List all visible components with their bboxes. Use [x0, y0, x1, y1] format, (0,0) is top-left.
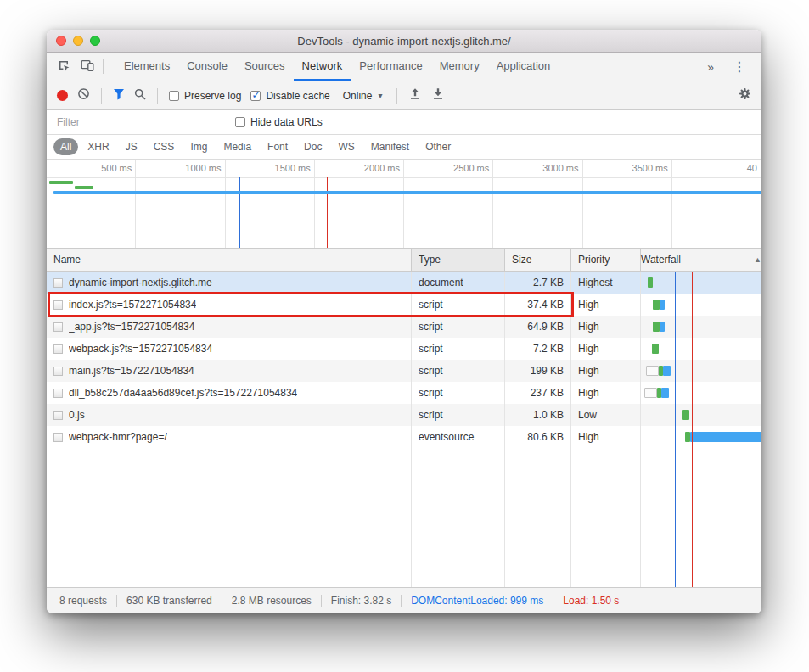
type-cell: eventsource — [412, 426, 505, 448]
column-header-size[interactable]: Size — [505, 249, 571, 271]
load-marker-line — [692, 272, 693, 587]
size-cell: 64.9 KB — [505, 316, 571, 338]
waterfall-bar-blue — [660, 300, 665, 310]
toolbar-separator — [157, 88, 158, 104]
table-row[interactable]: dynamic-import-nextjs.glitch.medocument2… — [47, 272, 761, 294]
request-name: index.js?ts=1572271054834 — [69, 299, 196, 311]
resource-icon — [53, 278, 63, 288]
table-row[interactable]: webpack.js?ts=1572271054834script7.2 KBH… — [47, 338, 761, 360]
zoom-window-button[interactable] — [90, 36, 100, 46]
hide-data-urls-checkbox[interactable]: Hide data URLs — [235, 116, 323, 128]
timeline-tick-label: 40 — [747, 163, 757, 173]
timeline-tick-label: 3500 ms — [632, 163, 668, 173]
tab-performance[interactable]: Performance — [351, 53, 430, 81]
throttling-dropdown[interactable]: Online ▾ — [340, 90, 386, 102]
waterfall-bar-green — [653, 300, 660, 310]
titlebar: DevTools - dynamic-import-nextjs.glitch.… — [47, 30, 761, 53]
domcontentloaded-time: DOMContentLoaded: 999 ms — [401, 595, 553, 607]
priority-cell: Highest — [571, 272, 641, 294]
type-filter-media[interactable]: Media — [216, 138, 258, 155]
priority-cell: High — [571, 338, 641, 360]
tab-network[interactable]: Network — [294, 53, 351, 81]
table-row[interactable]: main.js?ts=1572271054834script199 KBHigh — [47, 360, 761, 382]
priority-cell: High — [571, 426, 641, 448]
filter-input[interactable] — [57, 116, 218, 128]
size-cell: 80.6 KB — [505, 426, 571, 448]
column-header-type[interactable]: Type — [412, 249, 505, 271]
tab-elements[interactable]: Elements — [115, 53, 178, 81]
tab-console[interactable]: Console — [178, 53, 236, 81]
timeline-tick-label: 1000 ms — [185, 163, 221, 173]
devtools-menu-icon[interactable]: ⋮ — [722, 53, 756, 81]
filter-toggle-button[interactable] — [113, 88, 125, 104]
name-cell: webpack-hmr?page=/ — [47, 426, 412, 448]
disable-cache-label: Disable cache — [266, 90, 329, 102]
overview-domcontentloaded-marker — [239, 177, 240, 248]
inspect-element-button[interactable] — [52, 53, 76, 81]
column-header-priority[interactable]: Priority — [571, 249, 641, 271]
type-filter-other[interactable]: Other — [419, 138, 458, 155]
tab-memory[interactable]: Memory — [431, 53, 488, 81]
preserve-log-checkbox[interactable]: Preserve log — [169, 90, 241, 102]
network-settings-button[interactable] — [739, 87, 751, 104]
waterfall-cell — [641, 426, 761, 448]
overview-green-bar — [75, 186, 93, 189]
export-har-button[interactable] — [431, 87, 445, 104]
size-cell: 237 KB — [505, 382, 571, 404]
table-body: dynamic-import-nextjs.glitch.medocument2… — [47, 272, 761, 587]
domcontentloaded-marker-line — [675, 272, 676, 587]
waterfall-bar-blue — [661, 388, 669, 398]
record-button[interactable] — [57, 90, 68, 101]
type-filter-img[interactable]: Img — [183, 138, 214, 155]
waterfall-cell — [641, 360, 761, 382]
window-title: DevTools - dynamic-import-nextjs.glitch.… — [297, 35, 510, 48]
request-name: _app.js?ts=1572271054834 — [69, 321, 194, 333]
name-cell: _app.js?ts=1572271054834 — [47, 316, 412, 338]
waterfall-cell — [641, 316, 761, 338]
type-filter-xhr[interactable]: XHR — [81, 138, 115, 155]
import-har-button[interactable] — [408, 87, 422, 104]
tab-sources[interactable]: Sources — [236, 53, 294, 81]
type-filter-js[interactable]: JS — [119, 138, 144, 155]
type-filter-all[interactable]: All — [53, 138, 78, 155]
tab-application[interactable]: Application — [488, 53, 559, 81]
hide-data-urls-label: Hide data URLs — [250, 116, 323, 128]
search-button[interactable] — [134, 88, 146, 104]
name-cell: main.js?ts=1572271054834 — [47, 360, 412, 382]
column-header-name[interactable]: Name — [47, 249, 412, 271]
more-tabs-button[interactable]: » — [699, 53, 722, 81]
overview-blue-bar — [53, 191, 761, 194]
type-cell: document — [412, 272, 505, 294]
transferred-size: 630 KB transferred — [116, 595, 222, 607]
name-cell: dynamic-import-nextjs.glitch.me — [47, 272, 412, 294]
timeline-overview[interactable]: 500 ms1000 ms1500 ms2000 ms2500 ms3000 m… — [47, 160, 761, 249]
requests-count: 8 requests — [50, 595, 116, 607]
timeline-graph — [47, 177, 761, 248]
table-row[interactable]: index.js?ts=1572271054834script37.4 KBHi… — [47, 294, 761, 316]
minimize-window-button[interactable] — [73, 36, 83, 46]
waterfall-bar-green — [648, 277, 653, 288]
column-header-waterfall[interactable]: Waterfall ▲ — [641, 249, 761, 271]
table-header: Name Type Size Priority Waterfall ▲ — [47, 249, 761, 272]
device-toolbar-button[interactable] — [76, 53, 99, 81]
type-filter-doc[interactable]: Doc — [297, 138, 329, 155]
toolbar-separator — [101, 88, 102, 104]
type-cell: script — [412, 316, 505, 338]
waterfall-bar-stalled — [646, 366, 659, 376]
table-row[interactable]: 0.jsscript1.0 KBLow — [47, 404, 761, 426]
table-row[interactable]: dll_b58c257da4aa56d89cef.js?ts=157227105… — [47, 382, 761, 404]
sort-ascending-icon: ▲ — [754, 255, 761, 264]
request-name: webpack.js?ts=1572271054834 — [69, 343, 212, 355]
clear-button[interactable] — [77, 87, 90, 104]
size-cell: 1.0 KB — [505, 404, 571, 426]
resource-icon — [53, 322, 63, 332]
close-window-button[interactable] — [56, 36, 66, 46]
table-row[interactable]: webpack-hmr?page=/eventsource80.6 KBHigh — [47, 426, 761, 448]
type-filter-ws[interactable]: WS — [331, 138, 361, 155]
waterfall-cell — [641, 294, 761, 316]
type-filter-font[interactable]: Font — [261, 138, 295, 155]
disable-cache-checkbox[interactable]: Disable cache — [250, 90, 329, 102]
type-filter-manifest[interactable]: Manifest — [364, 138, 416, 155]
table-row[interactable]: _app.js?ts=1572271054834script64.9 KBHig… — [47, 316, 761, 338]
type-filter-css[interactable]: CSS — [147, 138, 182, 155]
